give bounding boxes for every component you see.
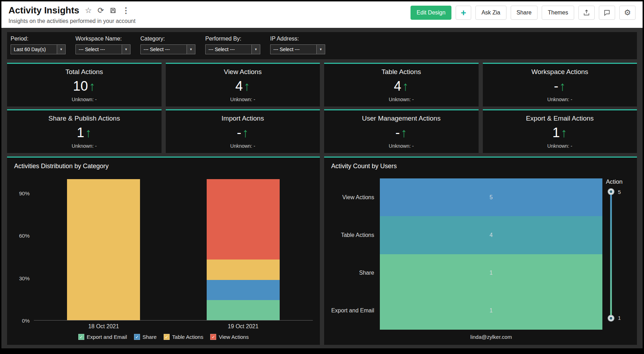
- charts-row: Activities Distribution by Category 0%30…: [7, 157, 637, 345]
- refresh-icon[interactable]: ⟳: [98, 7, 104, 14]
- kpi-value-row: 1↑: [486, 125, 634, 140]
- bar-chart-yaxis: 0%30%60%90%: [14, 179, 34, 321]
- themes-button[interactable]: Themes: [542, 6, 574, 20]
- heatmap-cell[interactable]: 1: [380, 254, 602, 292]
- bar-slot: [34, 179, 174, 320]
- y-axis-tick-label: 30%: [19, 275, 30, 281]
- chevron-down-icon[interactable]: ▼: [57, 45, 65, 54]
- heatmap-cell[interactable]: 4: [380, 216, 602, 254]
- category-distribution-panel: Activities Distribution by Category 0%30…: [7, 157, 320, 345]
- filter-select-category[interactable]: --- Select ---▼: [140, 44, 195, 54]
- heatmap-row: Export and Email1: [331, 292, 602, 330]
- filter-group-period: Period:Last 60 Day(s)▼: [11, 36, 66, 54]
- heatmap-row-label: View Actions: [331, 178, 380, 216]
- scale-min-label: 1: [618, 315, 621, 321]
- heatmap-row-label: Table Actions: [331, 216, 380, 254]
- kpi-card: Total Actions10↑Unknown: -: [7, 63, 162, 106]
- kpi-title: Export & Email Actions: [486, 115, 634, 122]
- bar-segment[interactable]: [207, 179, 280, 260]
- export-button[interactable]: [578, 6, 595, 20]
- bar-segment[interactable]: [207, 300, 280, 320]
- kpi-value: -: [395, 125, 400, 140]
- legend-item[interactable]: ✓Table Actions: [164, 334, 203, 340]
- kpi-card: Import Actions-↑Unknown: -: [166, 109, 320, 153]
- legend-label: Table Actions: [172, 334, 203, 340]
- kpi-value: 4: [235, 79, 243, 94]
- legend-checkbox-icon[interactable]: ✓: [210, 334, 216, 340]
- edit-design-button[interactable]: Edit Design: [411, 6, 451, 20]
- filter-select-workspace-name[interactable]: --- Select ---▼: [75, 44, 130, 54]
- bar-segment[interactable]: [67, 179, 140, 320]
- legend-item[interactable]: ✓Export and Email: [78, 334, 127, 340]
- comments-button[interactable]: [599, 6, 615, 20]
- page-title: Activity Insights: [8, 5, 79, 16]
- kpi-footer: Unknown: -: [169, 143, 317, 150]
- kebab-menu-icon[interactable]: ⋮: [122, 7, 130, 14]
- upload-icon: [583, 9, 590, 16]
- chevron-down-icon[interactable]: ▼: [316, 45, 325, 54]
- heatmap-row: View Actions5: [331, 178, 602, 216]
- kpi-value: -: [237, 125, 241, 140]
- chevron-down-icon[interactable]: ▼: [122, 45, 130, 54]
- kpi-footer: Unknown: -: [169, 97, 317, 104]
- legend-label: Export and Email: [87, 334, 127, 340]
- filter-select-performed-by[interactable]: --- Select ---▼: [205, 44, 260, 54]
- legend-checkbox-icon[interactable]: ✓: [134, 334, 140, 340]
- legend-checkbox-icon[interactable]: ✓: [164, 334, 170, 340]
- kpi-title: User Management Actions: [327, 115, 476, 122]
- kpi-card: User Management Actions-↑Unknown: -: [324, 109, 479, 153]
- heatmap-cell-value: 1: [490, 307, 493, 314]
- y-axis-tick-label: 0%: [22, 318, 30, 324]
- gear-icon: ⚙: [624, 9, 631, 17]
- heatmap-cell[interactable]: 1: [380, 292, 602, 330]
- y-axis-tick-label: 60%: [19, 233, 30, 239]
- kpi-value: 1: [552, 125, 560, 140]
- trend-up-icon: ↑: [561, 127, 567, 139]
- legend-label: Share: [142, 334, 157, 340]
- kpi-card: Export & Email Actions1↑Unknown: -: [483, 109, 637, 153]
- filter-select-period[interactable]: Last 60 Day(s)▼: [11, 44, 66, 54]
- kpi-footer: Unknown: -: [486, 97, 634, 104]
- heatmap-rows: View Actions5Table Actions4Share1Export …: [331, 178, 602, 330]
- kpi-footer: Unknown: -: [10, 143, 159, 150]
- scale-body: 5 1: [602, 187, 630, 341]
- scale-max-handle[interactable]: [608, 188, 614, 195]
- settings-button[interactable]: ⚙: [619, 6, 636, 20]
- x-axis-label: 18 Oct 2021: [34, 323, 174, 330]
- header-actions: Edit Design + Ask Zia Share Themes: [411, 5, 636, 20]
- kpi-card: View Actions4↑Unknown: -: [166, 63, 320, 106]
- star-icon[interactable]: ☆: [85, 7, 92, 14]
- kpi-value-row: 4↑: [327, 79, 476, 94]
- kpi-title: Workspace Actions: [486, 68, 634, 76]
- trend-up-icon: ↑: [85, 127, 92, 139]
- legend-checkbox-icon[interactable]: ✓: [78, 334, 84, 340]
- stacked-bar[interactable]: [67, 179, 140, 320]
- chevron-down-icon[interactable]: ▼: [251, 45, 260, 54]
- kpi-title: View Actions: [169, 68, 317, 76]
- share-button[interactable]: Share: [511, 6, 538, 20]
- heatmap-cell[interactable]: 5: [380, 178, 602, 216]
- legend-item[interactable]: ✓Share: [134, 334, 157, 340]
- trend-up-icon: ↑: [401, 127, 407, 139]
- bar-segment[interactable]: [207, 280, 280, 300]
- kpi-footer: Unknown: -: [327, 97, 476, 104]
- save-icon[interactable]: [110, 7, 116, 14]
- legend-item[interactable]: ✓View Actions: [210, 334, 249, 340]
- bar-chart-plot: [34, 179, 313, 321]
- filter-select-ip-address[interactable]: --- Select ---▼: [270, 44, 325, 54]
- kpi-value: 4: [394, 79, 401, 94]
- header: Activity Insights ☆ ⟳ ⋮ Insights on the …: [1, 1, 643, 28]
- ask-zia-button[interactable]: Ask Zia: [475, 6, 506, 20]
- bar-chart-legend: ✓Export and Email✓Share✓Table Actions✓Vi…: [14, 332, 313, 341]
- filter-label: IP Address:: [270, 36, 325, 42]
- trend-up-icon: ↑: [244, 80, 250, 93]
- kpi-footer: Unknown: -: [10, 97, 159, 104]
- scale-track[interactable]: [610, 192, 612, 318]
- scale-min-handle[interactable]: [608, 315, 614, 322]
- stacked-bar[interactable]: [207, 179, 280, 320]
- kpi-value: 10: [73, 79, 88, 94]
- bar-segment[interactable]: [207, 260, 280, 280]
- chevron-down-icon[interactable]: ▼: [187, 45, 195, 54]
- kpi-card: Table Actions4↑Unknown: -: [324, 63, 479, 106]
- add-button[interactable]: +: [456, 6, 471, 20]
